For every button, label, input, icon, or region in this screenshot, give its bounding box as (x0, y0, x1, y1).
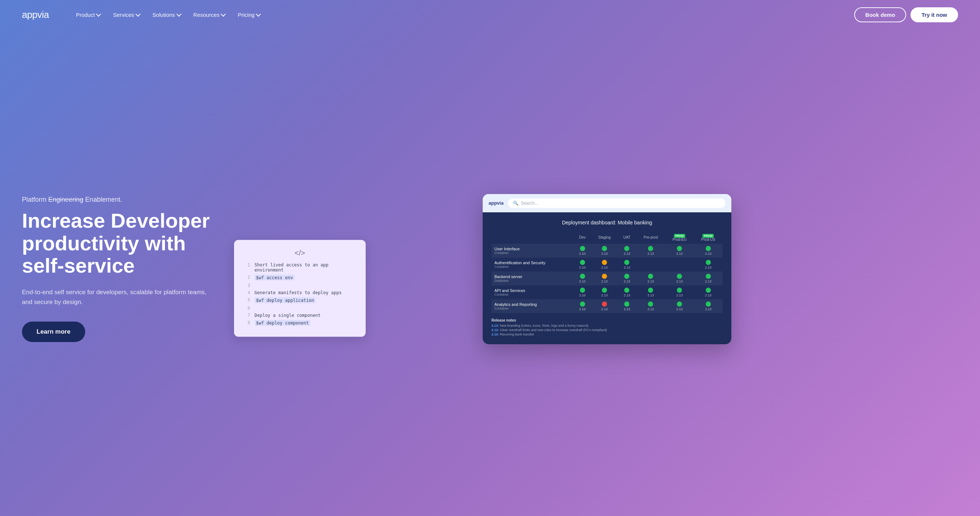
release-note-entry: 2.10: Recurring bank transfer (492, 333, 722, 336)
code-line-4: 4 Generate manifests to deploy apps (244, 290, 355, 295)
book-demo-button[interactable]: Book demo (854, 7, 906, 22)
code-line-1: 1 Short lived access to an app environme… (244, 262, 355, 273)
status-cell: 2.13 (694, 244, 722, 258)
window-topbar: appvia 🔍 Search... (483, 194, 731, 212)
search-icon: 🔍 (513, 201, 519, 206)
status-cell: 2.13 (694, 299, 722, 313)
status-cell: 2.10 (573, 286, 591, 299)
col-dev: Dev (573, 231, 591, 244)
window-search[interactable]: 🔍 Search... (508, 198, 725, 208)
code-icon: </> (244, 249, 355, 257)
learn-more-button[interactable]: Learn more (22, 322, 85, 342)
hero-right: </> 1 Short lived access to an app envir… (227, 174, 958, 364)
window-logo: appvia (488, 200, 504, 206)
deployment-table: Dev Staging UAT Pre-prod PRODProd-EU PRO… (492, 231, 722, 313)
service-cell: API and ServicesContainer (492, 286, 573, 299)
hero-title: Increase Developer productivity with sel… (22, 210, 212, 277)
code-line-2: 2 $wf access env (244, 275, 355, 281)
chevron-down-icon (135, 12, 140, 17)
col-prod-us: PRODProd-US (694, 231, 722, 244)
col-service (492, 231, 573, 244)
status-cell: 2.13 (665, 286, 694, 299)
status-cell: 2.13 (636, 286, 665, 299)
status-cell: 2.12 (665, 244, 694, 258)
chevron-down-icon (176, 12, 181, 17)
nav-ctas: Book demo Try it now (854, 7, 958, 22)
nav-item-product[interactable]: Product (71, 9, 105, 21)
table-row: Authentification and SecurityContainer 2… (492, 258, 722, 271)
status-cell: 2.13 (636, 299, 665, 313)
status-cell: 2.10 (573, 299, 591, 313)
service-cell: Backend serverDatabase (492, 271, 573, 286)
hero-left: Platform Engineering Enablement. Increas… (22, 196, 212, 342)
dashboard-window: appvia 🔍 Search... Deployment dashboard:… (483, 194, 731, 344)
status-cell: 2.10 (573, 244, 591, 258)
release-note-entry: 2.12: Clear overdraft limits and new rul… (492, 328, 722, 332)
try-it-now-button[interactable]: Try it now (910, 7, 958, 22)
status-cell (636, 258, 665, 271)
status-cell: 2.13 (591, 271, 617, 286)
service-cell: Analytics and ReportingContainer (492, 299, 573, 313)
hero-description: End-to-end self service for developers, … (22, 287, 212, 307)
status-cell: 2.13 (665, 271, 694, 286)
status-cell: 2.13 (617, 244, 636, 258)
navbar: appvia Product Services Solutions Resour… (0, 0, 980, 29)
nav-item-pricing[interactable]: Pricing (232, 9, 265, 21)
status-cell: 2.13 (591, 258, 617, 271)
service-cell: Authentification and SecurityContainer (492, 258, 573, 271)
status-cell: 2.13 (591, 299, 617, 313)
chevron-down-icon (96, 12, 101, 17)
release-note-entry: 2.13: New branding (colors, icons, fonts… (492, 324, 722, 327)
status-cell: 2.13 (665, 299, 694, 313)
col-prod-eu: PRODProd-EU (665, 231, 694, 244)
status-cell: 2.13 (694, 271, 722, 286)
table-row: API and ServicesContainer 2.10 2.13 2.13… (492, 286, 722, 299)
code-panel: </> 1 Short lived access to an app envir… (234, 240, 366, 337)
dashboard-title: Deployment dashboard: Mobile banking (492, 220, 722, 225)
status-cell: 2.13 (591, 244, 617, 258)
status-cell: 2.13 (591, 286, 617, 299)
release-notes: Release notes 2.13: New branding (colors… (492, 318, 722, 336)
hero-section: Platform Engineering Enablement. Increas… (0, 29, 980, 516)
nav-item-services[interactable]: Services (108, 9, 145, 21)
code-line-6: 6 (244, 305, 355, 311)
status-cell: 2.13 (617, 258, 636, 271)
site-logo[interactable]: appvia (22, 9, 49, 21)
status-cell: 2.13 (694, 286, 722, 299)
nav-links: Product Services Solutions Resources Pri… (71, 9, 854, 21)
col-preprod: Pre-prod (636, 231, 665, 244)
logo-text: appvia (22, 9, 49, 20)
code-line-3: 3 (244, 283, 355, 288)
status-cell: 2.13 (636, 271, 665, 286)
chevron-down-icon (256, 12, 261, 17)
service-cell: User InterfaceContainer (492, 244, 573, 258)
status-cell: 2.13 (694, 258, 722, 271)
hero-tagline: Platform Engineering Enablement. (22, 196, 212, 203)
nav-item-resources[interactable]: Resources (188, 9, 230, 21)
status-cell: 2.13 (617, 299, 636, 313)
status-cell: 2.13 (636, 244, 665, 258)
col-uat: UAT (617, 231, 636, 244)
table-row: Backend serverDatabase 2.10 2.13 2.13 2.… (492, 271, 722, 286)
col-staging: Staging (591, 231, 617, 244)
status-cell: 2.10 (573, 258, 591, 271)
status-cell (665, 258, 694, 271)
chevron-down-icon (221, 12, 226, 17)
status-cell: 2.13 (617, 271, 636, 286)
code-line-7: 7 Deploy a single component (244, 313, 355, 318)
code-line-5: 5 $wf deploy application (244, 297, 355, 303)
dashboard-content: Deployment dashboard: Mobile banking Dev… (483, 212, 731, 344)
nav-item-solutions[interactable]: Solutions (147, 9, 185, 21)
table-row: Analytics and ReportingContainer 2.10 2.… (492, 299, 722, 313)
code-line-8: 8 $wf deploy component (244, 320, 355, 326)
table-row: User InterfaceContainer 2.10 2.13 2.13 2… (492, 244, 722, 258)
status-cell: 2.13 (617, 286, 636, 299)
status-cell: 2.10 (573, 271, 591, 286)
